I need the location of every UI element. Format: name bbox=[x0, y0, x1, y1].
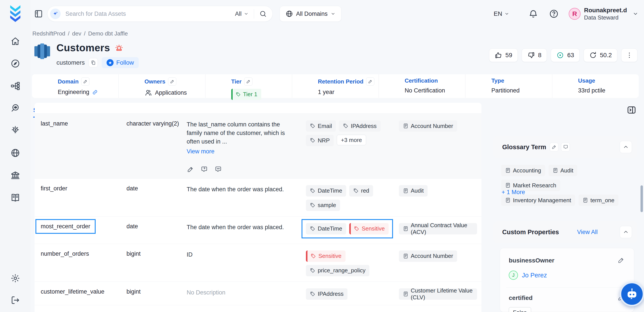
meta-value: No Certification bbox=[404, 87, 445, 94]
request-description-icon[interactable] bbox=[201, 166, 208, 173]
more-tags-chip[interactable]: +3 more bbox=[337, 135, 366, 145]
edit-pencil-icon[interactable] bbox=[617, 257, 625, 264]
more-actions-kebab-button[interactable] bbox=[621, 48, 638, 62]
alert-siren-icon[interactable] bbox=[114, 43, 124, 52]
link-icon bbox=[92, 89, 98, 95]
follow-button[interactable]: ★ Follow bbox=[102, 57, 139, 68]
notifications-bell-icon[interactable] bbox=[528, 9, 538, 19]
glossary-term-chip[interactable]: Customer Lifetime Value (CLV) bbox=[399, 288, 477, 300]
tag-chip[interactable]: Sensitive bbox=[349, 223, 389, 234]
tag-label: Sensitive bbox=[318, 253, 342, 259]
sidebar-explore-compass-icon[interactable] bbox=[10, 58, 20, 69]
panel-collapse-icon[interactable] bbox=[626, 105, 638, 116]
tag-chip[interactable]: Sensitive bbox=[306, 250, 346, 262]
sidebar-insights-bulb-icon[interactable] bbox=[10, 125, 20, 136]
chevron-down-icon[interactable] bbox=[632, 11, 638, 17]
meta-value: Partitioned bbox=[491, 87, 520, 94]
edit-pencil-icon[interactable] bbox=[366, 77, 374, 86]
schema-row-number_of_orders: number_of_ordersbigintIDSensitiveprice_r… bbox=[34, 244, 482, 282]
ai-sparkle-icon[interactable] bbox=[50, 9, 60, 19]
glossary-term-chip[interactable]: term_one bbox=[578, 195, 618, 206]
breadcrumb-item[interactable]: Demo dbt Jaffle bbox=[88, 30, 128, 37]
sidebar-settings-gear-icon[interactable] bbox=[10, 273, 20, 283]
glossary-term-chip[interactable]: Inventory Management bbox=[501, 195, 575, 206]
tag-icon bbox=[310, 253, 316, 259]
tag-chip[interactable]: Email bbox=[306, 120, 336, 132]
glossary-more-link[interactable]: + 1 More bbox=[502, 189, 525, 196]
edit-pencil-icon[interactable] bbox=[550, 143, 558, 151]
column-name[interactable]: number_of_orders bbox=[41, 250, 89, 257]
tag-label: Email bbox=[318, 123, 332, 129]
collapse-chevron-up-icon[interactable] bbox=[620, 141, 632, 153]
language-selector[interactable]: EN bbox=[494, 10, 509, 17]
comment-icon[interactable] bbox=[561, 143, 570, 151]
column-name[interactable]: first_order bbox=[41, 185, 68, 192]
page-scrollbar-thumb[interactable] bbox=[640, 185, 643, 212]
edit-pencil-icon[interactable] bbox=[168, 77, 176, 86]
custom-property-value[interactable]: Jo Perez bbox=[522, 272, 547, 279]
app-logo-icon[interactable] bbox=[8, 5, 22, 24]
tag-chip[interactable]: price_range_policy bbox=[306, 265, 370, 276]
sidebar-observability-magnifier-eye-icon[interactable] bbox=[10, 103, 20, 113]
observability-magnifier-eye-icon bbox=[10, 103, 20, 113]
sidebar-governance-bank-icon[interactable] bbox=[10, 170, 20, 181]
tag-chip[interactable]: IPAddress bbox=[339, 120, 380, 132]
tag-chip[interactable]: IPAddress bbox=[306, 288, 348, 300]
sidebar-logout-icon[interactable] bbox=[10, 295, 20, 305]
thumbs-up-stat-button[interactable]: 59 bbox=[489, 48, 518, 62]
all-domains-button[interactable]: All Domains bbox=[280, 6, 341, 22]
glossary-term-chip[interactable]: Audit bbox=[399, 185, 428, 197]
sidebar-glossary-book-icon[interactable] bbox=[10, 192, 20, 203]
glossary-chip-book-icon bbox=[505, 197, 511, 203]
tag-label: price_range_policy bbox=[318, 267, 366, 274]
edit-pencil-icon[interactable] bbox=[244, 77, 252, 86]
edit-pencil-icon bbox=[368, 79, 373, 84]
glossary-term-chip[interactable]: Account Number bbox=[399, 250, 457, 262]
tag-chip[interactable]: DateTime bbox=[306, 223, 346, 234]
tag-chip[interactable]: DateTime bbox=[306, 185, 346, 197]
glossary-book-icon bbox=[10, 193, 20, 203]
meta-value[interactable]: Engineering bbox=[58, 89, 89, 96]
user-menu[interactable]: Rounakpreet.d Data Steward bbox=[584, 6, 627, 21]
comments-icon[interactable] bbox=[215, 166, 222, 173]
search-input[interactable]: Search for Data Assets bbox=[66, 11, 235, 17]
tag-chip[interactable]: sample bbox=[306, 200, 340, 211]
glossary-term-chip[interactable]: Annual Contract Value (ACV) bbox=[399, 223, 477, 234]
column-name[interactable]: most_recent_order bbox=[41, 223, 90, 230]
breadcrumb-item[interactable]: RedshiftProd bbox=[32, 30, 65, 37]
glossary-term-section-header: Glossary Term bbox=[494, 136, 637, 158]
user-avatar[interactable]: R bbox=[569, 8, 580, 20]
column-description: The date when the order was placed. bbox=[187, 224, 284, 230]
sidebar-lineage-flow-icon[interactable] bbox=[10, 81, 20, 91]
tag-chip[interactable]: red bbox=[349, 185, 373, 197]
glossary-term-chip[interactable]: Account Number bbox=[399, 120, 457, 132]
sidebar-home-icon[interactable] bbox=[10, 36, 20, 47]
link-icon[interactable] bbox=[92, 89, 98, 95]
chatbot-fab-button[interactable] bbox=[620, 282, 644, 306]
target-stat-button[interactable]: 63 bbox=[551, 48, 580, 62]
breadcrumb-item[interactable]: dev bbox=[72, 30, 82, 37]
search-icon[interactable] bbox=[259, 10, 267, 18]
column-name[interactable]: customer_lifetime_value bbox=[41, 288, 104, 295]
thumbs-down-stat-button[interactable]: 8 bbox=[522, 48, 547, 62]
edit-pencil-icon bbox=[187, 166, 194, 173]
search-scope-dropdown[interactable]: All bbox=[235, 11, 248, 17]
tier-chip[interactable]: Tier 1 bbox=[231, 89, 262, 100]
glossary-term-chip[interactable]: Audit bbox=[548, 165, 577, 176]
edit-pencil-icon[interactable] bbox=[187, 166, 194, 173]
meta-value[interactable]: Applications bbox=[155, 89, 187, 96]
view-all-link[interactable]: View All bbox=[577, 229, 598, 236]
refresh-stat-button[interactable]: 50.2 bbox=[584, 48, 618, 62]
glossary-term-chip[interactable]: Accounting bbox=[501, 165, 545, 176]
copy-icon[interactable] bbox=[88, 58, 98, 67]
column-name[interactable]: last_name bbox=[41, 120, 68, 127]
collapse-chevron-up-icon[interactable] bbox=[620, 226, 632, 238]
sidebar-domains-globe-icon[interactable] bbox=[10, 148, 20, 158]
view-more-link[interactable]: View more bbox=[187, 147, 214, 156]
help-icon[interactable] bbox=[549, 9, 559, 19]
edit-pencil-icon[interactable] bbox=[81, 77, 90, 86]
global-search-bar[interactable]: Search for Data Assets All bbox=[47, 6, 273, 22]
sidebar-toggle-icon[interactable] bbox=[34, 9, 43, 19]
column-description: ID bbox=[187, 251, 192, 258]
tag-chip[interactable]: NRP bbox=[306, 135, 334, 146]
